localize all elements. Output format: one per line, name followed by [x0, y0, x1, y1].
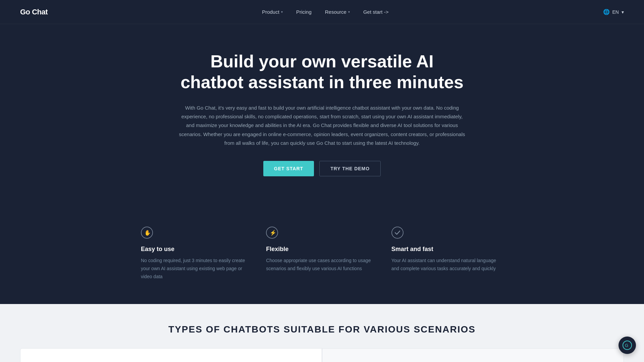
feature-smart-fast: Smart and fast Your AI assistant can und… [391, 223, 503, 284]
flexible-icon: ⚡ [266, 227, 378, 241]
hero-description: With Go Chat, it's very easy and fast to… [178, 104, 466, 147]
chevron-down-icon: ▾ [622, 9, 624, 15]
feature-title-flexible: Flexible [266, 246, 378, 253]
hero-buttons: GET START TRY THE DEMO [20, 161, 624, 176]
chevron-down-icon: ▾ [281, 10, 283, 14]
hero-headline: Build your own versatile AI chatbot assi… [178, 51, 466, 93]
feature-desc-easy: No coding required, just 3 minutes to ea… [141, 257, 253, 281]
nav-item-pricing[interactable]: Pricing [296, 9, 312, 15]
nav-link-getstart[interactable]: Get start -> [363, 9, 388, 15]
feature-title-smart: Smart and fast [391, 246, 503, 253]
logo[interactable]: Go Chat [20, 8, 48, 16]
nav-links: Product ▾ Pricing Resource ▾ Get start -… [262, 9, 388, 15]
nav-item-resource[interactable]: Resource ▾ [325, 9, 350, 15]
svg-text:✋: ✋ [144, 230, 151, 236]
feature-flexible: ⚡ Flexible Choose appropriate use cases … [266, 223, 378, 284]
checkmark-icon [391, 227, 503, 241]
feature-desc-flexible: Choose appropriate use cases according t… [266, 257, 378, 273]
chatbot-cards: 24/7 [20, 348, 624, 362]
language-label: EN [612, 9, 619, 15]
chat-icon: G [623, 341, 632, 350]
language-selector[interactable]: 🌐 EN ▾ [603, 9, 624, 15]
features-section: ✋ Easy to use No coding required, just 3… [121, 217, 523, 304]
nav-link-product[interactable]: Product ▾ [262, 9, 283, 15]
navbar: Go Chat Product ▾ Pricing Resource ▾ Get… [0, 0, 644, 24]
svg-text:⚡: ⚡ [270, 230, 276, 236]
chatbot-types-heading: TYPES OF CHATBOTS SUITABLE FOR VARIOUS S… [20, 324, 624, 335]
nav-link-pricing[interactable]: Pricing [296, 9, 312, 15]
chatbot-types-section: TYPES OF CHATBOTS SUITABLE FOR VARIOUS S… [0, 304, 644, 362]
chatbot-card-right [322, 348, 624, 362]
feature-title-easy: Easy to use [141, 246, 253, 253]
nav-item-getstart[interactable]: Get start -> [363, 9, 388, 15]
get-start-button[interactable]: GET START [263, 161, 314, 176]
svg-text:G: G [625, 343, 628, 348]
nav-link-resource[interactable]: Resource ▾ [325, 9, 350, 15]
feature-easy-to-use: ✋ Easy to use No coding required, just 3… [141, 223, 253, 284]
globe-icon: 🌐 [603, 9, 610, 15]
nav-item-product[interactable]: Product ▾ [262, 9, 283, 15]
chevron-down-icon: ▾ [348, 10, 350, 14]
hand-icon: ✋ [141, 227, 253, 241]
svg-point-4 [392, 227, 403, 238]
chatbot-card-left: 24/7 [20, 348, 322, 362]
floating-chat-button[interactable]: G [619, 337, 636, 354]
hero-section: Build your own versatile AI chatbot assi… [0, 24, 644, 217]
feature-desc-smart: Your AI assistant can understand natural… [391, 257, 503, 273]
try-demo-button[interactable]: TRY THE DEMO [319, 161, 381, 176]
